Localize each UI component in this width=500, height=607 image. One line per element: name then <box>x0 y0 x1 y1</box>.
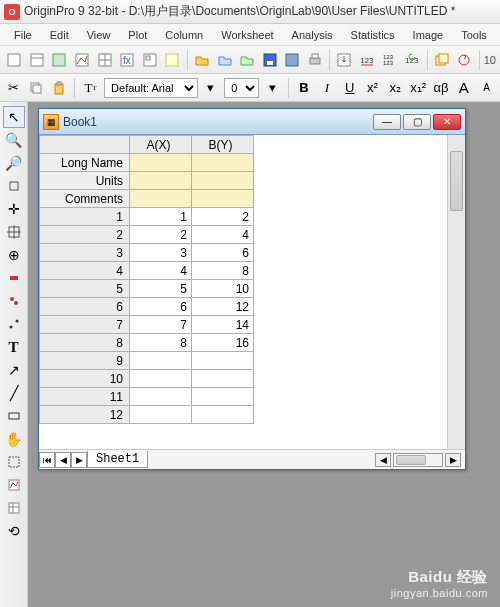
cell[interactable] <box>130 406 192 424</box>
menu-analysis[interactable]: Analysis <box>284 27 341 43</box>
save-template-icon[interactable] <box>282 49 303 71</box>
menu-image[interactable]: Image <box>405 27 452 43</box>
increase-font-button[interactable]: A <box>454 77 473 99</box>
cell[interactable]: 8 <box>192 262 254 280</box>
insert-graph-icon[interactable] <box>3 474 25 496</box>
open-icon[interactable] <box>192 49 213 71</box>
cell[interactable]: 8 <box>130 334 192 352</box>
batch-icon[interactable] <box>432 49 453 71</box>
minimize-button[interactable]: — <box>373 114 401 130</box>
text-tool-icon[interactable]: T <box>3 336 25 358</box>
data-selector-icon[interactable] <box>3 267 25 289</box>
decrease-font-button[interactable]: A <box>477 77 496 99</box>
maximize-button[interactable]: ▢ <box>403 114 431 130</box>
row-header[interactable]: 7 <box>40 316 130 334</box>
cell[interactable]: 6 <box>130 298 192 316</box>
workbook-titlebar[interactable]: ▦ Book1 — ▢ ✕ <box>39 109 465 135</box>
vertical-scrollbar[interactable] <box>447 135 465 449</box>
open-excel-icon[interactable] <box>237 49 258 71</box>
subscript-button[interactable]: x₂ <box>386 77 405 99</box>
new-workbook-icon[interactable] <box>27 49 48 71</box>
cell[interactable] <box>192 406 254 424</box>
row-header[interactable]: 3 <box>40 244 130 262</box>
menu-file[interactable]: File <box>6 27 40 43</box>
row-header[interactable]: 4 <box>40 262 130 280</box>
cut-icon[interactable]: ✂ <box>4 77 23 99</box>
fontsize-dropdown-icon[interactable]: ▾ <box>263 77 282 99</box>
cell[interactable] <box>130 352 192 370</box>
meta-longname[interactable]: Long Name <box>40 154 130 172</box>
menu-statistics[interactable]: Statistics <box>343 27 403 43</box>
menu-tools[interactable]: Tools <box>453 27 495 43</box>
cell[interactable] <box>130 172 192 190</box>
cell[interactable] <box>130 388 192 406</box>
reader-tool-icon[interactable]: ✛ <box>3 198 25 220</box>
new-graph-icon[interactable] <box>72 49 93 71</box>
scrollbar-thumb[interactable] <box>450 151 463 211</box>
sheet-tab[interactable]: Sheet1 <box>87 451 148 468</box>
paste-icon[interactable] <box>50 77 69 99</box>
row-header[interactable]: 2 <box>40 226 130 244</box>
new-matrix-icon[interactable] <box>94 49 115 71</box>
cell[interactable]: 3 <box>130 244 192 262</box>
greek-button[interactable]: αβ <box>431 77 450 99</box>
new-notes-icon[interactable] <box>162 49 183 71</box>
print-icon[interactable] <box>305 49 326 71</box>
horizontal-scrollbar[interactable]: ◀ ▶ <box>375 453 461 467</box>
scroll-track[interactable] <box>393 453 443 467</box>
bold-button[interactable]: B <box>295 77 314 99</box>
cell[interactable] <box>192 388 254 406</box>
new-layout-icon[interactable] <box>140 49 161 71</box>
cell[interactable] <box>130 190 192 208</box>
data-reader-icon[interactable]: ⊕ <box>3 244 25 266</box>
cell[interactable] <box>192 370 254 388</box>
corner-cell[interactable] <box>40 136 130 154</box>
cell[interactable]: 14 <box>192 316 254 334</box>
cell[interactable]: 16 <box>192 334 254 352</box>
line-tool-icon[interactable]: ╱ <box>3 382 25 404</box>
cell[interactable]: 6 <box>192 244 254 262</box>
scroll-left-icon[interactable]: ◀ <box>375 453 391 467</box>
cell[interactable]: 4 <box>130 262 192 280</box>
draw-data-icon[interactable] <box>3 313 25 335</box>
superscript-button[interactable]: x² <box>363 77 382 99</box>
cell[interactable] <box>130 370 192 388</box>
screen-reader-icon[interactable] <box>3 221 25 243</box>
underline-button[interactable]: U <box>340 77 359 99</box>
import-wizard-icon[interactable] <box>334 49 355 71</box>
close-button[interactable]: ✕ <box>433 114 461 130</box>
zoom-in-icon[interactable]: 🔍 <box>3 129 25 151</box>
rectangle-tool-icon[interactable] <box>3 405 25 427</box>
import-single-icon[interactable]: 123 <box>357 49 378 71</box>
cell[interactable]: 12 <box>192 298 254 316</box>
new-project-icon[interactable] <box>4 49 25 71</box>
col-header-a[interactable]: A(X) <box>130 136 192 154</box>
new-function-icon[interactable]: fx <box>117 49 138 71</box>
cell[interactable]: 2 <box>192 208 254 226</box>
italic-button[interactable]: I <box>317 77 336 99</box>
scroll-right-icon[interactable]: ▶ <box>445 453 461 467</box>
tab-prev-icon[interactable]: ◀ <box>55 452 71 468</box>
pan-tool-icon[interactable]: ✋ <box>3 428 25 450</box>
cell[interactable]: 2 <box>130 226 192 244</box>
font-select[interactable]: Default: Arial <box>104 78 197 98</box>
cell[interactable] <box>192 190 254 208</box>
scroll-thumb[interactable] <box>396 455 426 465</box>
save-icon[interactable] <box>259 49 280 71</box>
cell[interactable] <box>192 154 254 172</box>
reimport-icon[interactable]: 123 <box>402 49 423 71</box>
tab-first-icon[interactable]: ⏮ <box>39 452 55 468</box>
recalc-icon[interactable] <box>454 49 475 71</box>
rescale-icon[interactable] <box>3 175 25 197</box>
row-header[interactable]: 12 <box>40 406 130 424</box>
pointer-tool-icon[interactable]: ↖ <box>3 106 25 128</box>
meta-comments[interactable]: Comments <box>40 190 130 208</box>
cell[interactable]: 5 <box>130 280 192 298</box>
cell[interactable]: 4 <box>192 226 254 244</box>
cell[interactable]: 10 <box>192 280 254 298</box>
menu-edit[interactable]: Edit <box>42 27 77 43</box>
insert-worksheet-icon[interactable] <box>3 497 25 519</box>
import-multi-icon[interactable]: 123123 <box>379 49 400 71</box>
menu-plot[interactable]: Plot <box>120 27 155 43</box>
col-header-b[interactable]: B(Y) <box>192 136 254 154</box>
